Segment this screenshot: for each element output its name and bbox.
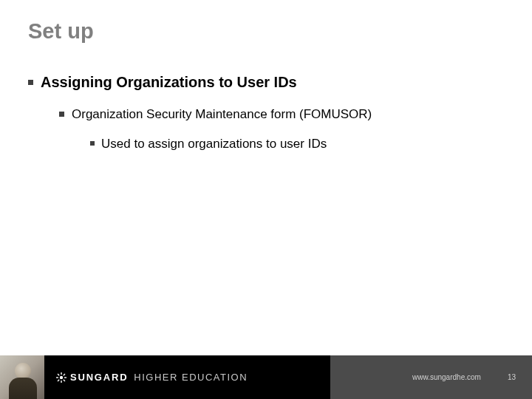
svg-rect-2 [61,381,61,383]
svg-rect-6 [58,379,60,381]
svg-rect-5 [63,373,65,375]
bullet-level-3: Used to assign organizations to user IDs [90,137,502,151]
content-area: Assigning Organizations to User IDs Orga… [28,74,502,165]
bullet-3-text: Used to assign organizations to user IDs [101,137,327,151]
bullet-level-1: Assigning Organizations to User IDs [28,74,502,91]
brand-main-text: SUNGARD [70,372,128,383]
bullet-square-icon [28,80,33,85]
bullet-1-text: Assigning Organizations to User IDs [41,74,297,91]
bullet-2-text: Organization Security Maintenance form (… [72,107,372,122]
footer-right: www.sungardhe.com 13 [330,355,532,399]
svg-rect-8 [63,379,65,381]
footer-bar: SUNGARD HIGHER EDUCATION www.sungardhe.c… [0,355,532,399]
footer-photo [0,355,44,399]
sun-icon [56,372,66,383]
brand-logo: SUNGARD HIGHER EDUCATION [56,372,248,383]
bullet-level-2: Organization Security Maintenance form (… [59,107,502,122]
slide-title: Set up [28,19,94,44]
svg-rect-7 [58,373,60,375]
brand-sub-text: HIGHER EDUCATION [134,372,248,383]
footer-url: www.sungardhe.com [412,373,481,381]
bullet-square-icon [90,141,95,146]
footer-left: SUNGARD HIGHER EDUCATION [0,355,330,399]
page-number: 13 [508,373,516,381]
svg-rect-4 [64,377,66,378]
svg-rect-3 [56,377,58,378]
svg-rect-1 [61,372,61,375]
bullet-square-icon [59,112,64,117]
svg-point-0 [60,375,63,378]
slide: Set up Assigning Organizations to User I… [0,0,532,399]
